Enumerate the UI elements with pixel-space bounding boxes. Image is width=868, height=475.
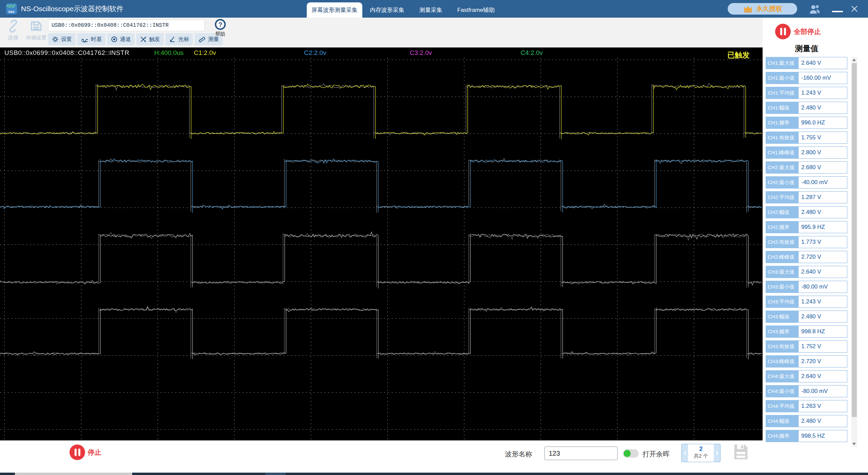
measurement-label: CH3:频率	[766, 325, 798, 338]
timebase-label: H:400.0us	[154, 49, 184, 57]
measurement-row: CH1:峰峰值2.800 V	[766, 146, 847, 159]
measurement-panel: 全部停止 测量值 CH1:最大值2.640 VCH1:最小值-160.00 mV…	[763, 18, 868, 473]
storage-disk-icon	[30, 20, 43, 33]
tab-measure-acquisition[interactable]: 测量采集	[412, 2, 450, 18]
tab-fastframe[interactable]: Fastframe辅助	[450, 2, 502, 18]
page-next-button[interactable]	[714, 444, 720, 462]
measurement-value: 2.480 V	[798, 206, 847, 218]
scroll-up-icon[interactable]	[851, 57, 857, 63]
trigger-button[interactable]: 触发	[136, 33, 164, 45]
timebase-button[interactable]: 时基	[77, 33, 105, 45]
storage-settings-button[interactable]: 存储设置	[24, 20, 48, 41]
wave-icon	[81, 36, 88, 43]
measurement-row: CH1:幅值2.480 V	[766, 102, 847, 114]
close-button[interactable]	[850, 4, 859, 13]
measurement-label: CH4:最大值	[766, 370, 798, 382]
minimize-button[interactable]	[832, 11, 843, 12]
persistence-toggle[interactable]	[623, 449, 639, 458]
measurement-value: 998.8 HZ	[798, 325, 847, 338]
stop-all-button[interactable]: 全部停止	[775, 24, 821, 39]
main-tab-bar: 屏幕波形测量采集内存波形采集测量采集Fastframe辅助	[307, 0, 502, 18]
measurement-value: -80.00 mV	[798, 385, 847, 397]
help-label: 帮助	[212, 31, 228, 37]
app-logo-icon: osc	[6, 3, 17, 14]
measurement-row: CH3:最小值-80.00 mV	[766, 281, 847, 293]
measurement-value: 1.243 V	[798, 296, 847, 308]
measurement-value: 1.263 V	[798, 400, 847, 412]
measurements-title: 测量值	[763, 43, 851, 54]
measurement-row: CH3:频率998.8 HZ	[766, 325, 847, 338]
toolbar-button-label: 通道	[120, 36, 131, 43]
taskbar-edge	[0, 473, 15, 475]
help-icon: ?	[215, 19, 226, 30]
measurement-row: CH3:有效值1.752 V	[766, 340, 847, 353]
measurement-row: CH4:幅值2.480 V	[766, 415, 847, 427]
measurement-label: CH2:最小值	[766, 176, 798, 189]
cursor-button[interactable]: 光标	[165, 33, 193, 45]
channel-label-c1: C1:2.0v	[194, 49, 216, 57]
toolbar-button-row: 设置时基通道触发光标测量	[48, 33, 223, 45]
measurement-value: 1.752 V	[798, 340, 847, 353]
measure-icon	[198, 36, 206, 43]
pause-icon	[69, 444, 85, 460]
measurement-row: CH4:频率998.5 HZ	[766, 430, 847, 442]
chevron-right-icon	[715, 450, 719, 456]
connect-button[interactable]: 连接	[1, 20, 25, 41]
measurement-value: 1.287 V	[798, 191, 847, 203]
stop-button[interactable]: 停止	[69, 444, 101, 460]
measurement-label: CH2:最大值	[766, 161, 798, 174]
taskbar-edge	[132, 473, 265, 475]
measurement-value: -160.00 mV	[798, 72, 847, 84]
measurement-row: CH3:峰峰值2.720 V	[766, 355, 847, 368]
waveform-canvas	[0, 47, 763, 440]
toolbar-button-label: 触发	[149, 36, 160, 43]
cursor-icon	[169, 36, 176, 43]
license-label: 永久授权	[756, 4, 782, 13]
channel-label-c3: C3:2.0v	[410, 49, 432, 57]
tab-memory-acquisition[interactable]: 内存波形采集	[362, 2, 412, 18]
measurement-scrollbar[interactable]	[851, 57, 857, 447]
persistence-label: 打开余晖	[643, 450, 670, 459]
settings-button[interactable]: 设置	[48, 33, 76, 45]
license-button[interactable]: 永久授权	[728, 3, 797, 15]
title-bar: osc NS-Oscilloscope示波器控制软件 屏幕波形测量采集内存波形采…	[0, 0, 868, 18]
measurement-value: -80.00 mV	[798, 281, 847, 293]
storage-settings-label: 存储设置	[24, 35, 48, 41]
page-prev-button[interactable]	[682, 444, 688, 462]
measurement-label: CH2:频率	[766, 221, 798, 233]
measurement-row: CH2:最小值-40.00 mV	[766, 176, 847, 189]
measurement-row: CH1:频率996.0 HZ	[766, 117, 847, 129]
taskbar-edge	[265, 473, 286, 475]
help-button[interactable]: ? 帮助	[212, 19, 228, 37]
measurement-label: CH3:平均值	[766, 296, 798, 308]
measurement-label: CH3:最大值	[766, 266, 798, 278]
channel-button[interactable]: 通道	[107, 33, 135, 45]
measurement-value: 2.480 V	[798, 415, 847, 427]
connect-label: 连接	[1, 35, 25, 41]
scroll-down-icon[interactable]	[851, 441, 857, 447]
toolbar-button-label: 光标	[178, 36, 189, 43]
users-icon[interactable]	[808, 4, 821, 16]
scope-header: USB0::0x0699::0x0408::C041762::INSTR H:4…	[0, 49, 763, 58]
page-total: 共2 个	[688, 452, 714, 460]
measurement-label: CH1:有效值	[766, 132, 798, 144]
tab-screen-acquisition[interactable]: 屏幕波形测量采集	[307, 2, 362, 18]
measurement-label: CH4:幅值	[766, 415, 798, 427]
device-address-input[interactable]	[48, 20, 205, 31]
measurement-row: CH2:频率995.9 HZ	[766, 221, 847, 233]
measurement-row: CH2:最大值2.680 V	[766, 161, 847, 174]
measurement-value: 1.243 V	[798, 87, 847, 99]
measurement-label: CH3:幅值	[766, 311, 798, 323]
waveform-name-label: 波形名称	[505, 450, 532, 459]
bottom-bar: 停止 波形名称 打开余晖 2 共2 个	[0, 440, 763, 473]
measurement-label: CH4:频率	[766, 430, 798, 442]
save-waveform-button[interactable]	[733, 443, 749, 461]
measurement-value: 2.480 V	[798, 311, 847, 323]
measurement-value: 995.9 HZ	[798, 221, 847, 233]
measurement-value: 1.755 V	[798, 132, 847, 144]
scrollbar-thumb[interactable]	[852, 63, 857, 417]
waveform-name-input[interactable]	[544, 447, 618, 460]
crown-icon	[743, 5, 753, 13]
taskbar-edge	[286, 473, 868, 475]
measurement-row: CH3:平均值1.243 V	[766, 296, 847, 308]
